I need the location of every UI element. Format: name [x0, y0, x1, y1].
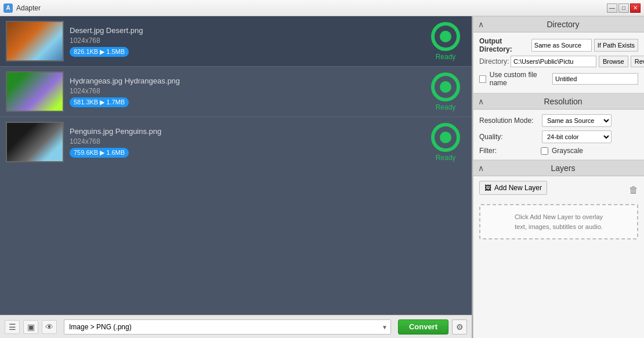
file-items: Desert.jpg Desert.png 1024x768 826.1KB ▶… — [0, 16, 472, 166]
file-thumbnail-hydrangeas — [6, 71, 64, 112]
file-info-penguins: Penguins.jpg Penguins.png 1024x768 759.6… — [70, 127, 425, 158]
format-select[interactable]: Image > PNG (.png)Image > JPEG (.jpg)Ima… — [64, 319, 391, 335]
file-info-hydrangeas: Hydrangeas.jpg Hydrangeas.png 1024x768 5… — [70, 77, 425, 107]
file-item-hydrangeas[interactable]: Hydrangeas.jpg Hydrangeas.png 1024x768 5… — [0, 67, 472, 117]
dir-path-label: Directory: — [479, 57, 508, 66]
add-layer-label: Add New Layer — [494, 184, 542, 192]
minimize-button[interactable]: — — [607, 3, 617, 13]
status-indicator-desert: Ready — [431, 22, 460, 61]
file-item-penguins[interactable]: Penguins.jpg Penguins.png 1024x768 759.6… — [0, 117, 472, 166]
file-dims-desert: 1024x768 — [70, 37, 425, 45]
directory-section-title: Directory — [487, 20, 639, 29]
directory-section-header: ∧ Directory — [473, 16, 644, 32]
output-dir-label: Output Directory: — [479, 37, 527, 53]
resolution-mode-row: Resolution Mode: Same as SourceCustom — [479, 114, 638, 127]
browse-button[interactable]: Browse — [599, 56, 628, 67]
format-select-wrapper: Image > PNG (.png)Image > JPEG (.jpg)Ima… — [64, 319, 391, 335]
status-indicator-hydrangeas: Ready — [431, 72, 460, 111]
delete-layer-button[interactable]: 🗑 — [629, 185, 638, 195]
custom-name-label: Use custom file name — [490, 71, 549, 87]
layers-body: 🖼 Add New Layer 🗑 Click Add New Layer to… — [473, 176, 644, 338]
layers-hint-text: Click Add New Layer to overlaytext, imag… — [515, 213, 603, 230]
status-ring-inner-hydrangeas — [440, 81, 451, 93]
preview-button[interactable]: 👁 — [42, 320, 57, 334]
resolution-section-title: Resolution — [487, 97, 639, 106]
title-bar: A Adapter — □ ✕ — [0, 0, 644, 16]
dir-path-input[interactable] — [511, 56, 596, 67]
grid-view-button[interactable]: ▣ — [23, 320, 38, 334]
custom-name-row: Use custom file name — [479, 71, 638, 87]
if-path-exists-button[interactable]: If Path Exists — [594, 39, 638, 52]
file-size-badge-hydrangeas: 581.3KB ▶ 1.7MB — [70, 97, 129, 107]
custom-name-checkbox[interactable] — [479, 75, 486, 83]
resolution-section-header: ∧ Resolution — [473, 93, 644, 110]
file-thumbnail-desert — [6, 21, 64, 61]
status-ring-inner-desert — [440, 31, 451, 42]
status-label-hydrangeas: Ready — [436, 103, 456, 111]
bottom-toolbar: ☰ ▣ 👁 Image > PNG (.png)Image > JPEG (.j… — [0, 315, 472, 338]
main-layout: Desert.jpg Desert.png 1024x768 826.1KB ▶… — [0, 16, 644, 338]
status-ring-inner-penguins — [440, 132, 451, 143]
file-thumbnail-penguins — [6, 122, 64, 162]
file-info-desert: Desert.jpg Desert.png 1024x768 826.1KB ▶… — [70, 26, 425, 57]
grayscale-checkbox[interactable] — [541, 147, 548, 155]
file-dims-penguins: 1024x768 — [70, 137, 425, 146]
list-view-button[interactable]: ☰ — [5, 320, 20, 334]
layers-collapse-icon[interactable]: ∧ — [478, 163, 484, 173]
resolution-mode-select[interactable]: Same as SourceCustom — [542, 114, 612, 127]
directory-collapse-icon[interactable]: ∧ — [478, 20, 484, 29]
maximize-button[interactable]: □ — [618, 3, 629, 13]
resolution-mode-label: Resolution Mode: — [479, 117, 537, 125]
status-label-penguins: Ready — [436, 154, 456, 162]
title-bar-left: A Adapter — [3, 3, 41, 13]
file-list-panel: Desert.jpg Desert.png 1024x768 826.1KB ▶… — [0, 16, 473, 338]
settings-button[interactable]: ⚙ — [452, 319, 467, 335]
convert-button[interactable]: Convert — [398, 319, 448, 335]
layers-section-title: Layers — [487, 163, 639, 173]
file-names-hydrangeas: Hydrangeas.jpg Hydrangeas.png — [70, 77, 425, 85]
status-indicator-penguins: Ready — [431, 123, 460, 162]
output-dir-row: Output Directory: Same as SourceCustom I… — [479, 37, 638, 53]
grayscale-label: Grayscale — [552, 147, 583, 155]
dir-path-row: Directory: Browse Reveal — [479, 56, 638, 67]
status-ring-hydrangeas — [431, 72, 460, 101]
directory-section-body: Output Directory: Same as SourceCustom I… — [473, 32, 644, 93]
file-item-desert[interactable]: Desert.jpg Desert.png 1024x768 826.1KB ▶… — [0, 16, 472, 67]
quality-select[interactable]: 24-bit color8-bit color32-bit color — [542, 130, 612, 143]
layers-section-header: ∧ Layers — [473, 160, 644, 176]
output-dir-select[interactable]: Same as SourceCustom — [531, 39, 592, 52]
resolution-section-body: Resolution Mode: Same as SourceCustom Qu… — [473, 110, 644, 160]
layers-hint-box: Click Add New Layer to overlaytext, imag… — [479, 204, 638, 239]
close-button[interactable]: ✕ — [630, 3, 641, 13]
custom-name-input[interactable] — [552, 73, 638, 85]
file-dims-hydrangeas: 1024x768 — [70, 87, 425, 95]
empty-drop-area — [0, 166, 472, 315]
app-icon: A — [3, 3, 13, 13]
resolution-collapse-icon[interactable]: ∧ — [478, 97, 484, 106]
filter-label: Filter: — [479, 147, 537, 155]
right-panel: ∧ Directory Output Directory: Same as So… — [473, 16, 644, 338]
status-ring-penguins — [431, 123, 460, 152]
app-title: Adapter — [16, 4, 41, 12]
file-size-badge-penguins: 759.6KB ▶ 1.6MB — [70, 148, 129, 158]
status-ring-desert — [431, 22, 460, 51]
window-controls: — □ ✕ — [607, 3, 641, 13]
layer-add-icon: 🖼 — [484, 184, 491, 192]
add-new-layer-button[interactable]: 🖼 Add New Layer — [479, 181, 547, 195]
file-names-penguins: Penguins.jpg Penguins.png — [70, 127, 425, 136]
filter-row: Filter: Grayscale — [479, 147, 638, 155]
status-label-desert: Ready — [436, 53, 456, 61]
file-size-badge-desert: 826.1KB ▶ 1.5MB — [70, 47, 129, 57]
quality-label: Quality: — [479, 133, 537, 141]
quality-row: Quality: 24-bit color8-bit color32-bit c… — [479, 130, 638, 143]
reveal-button[interactable]: Reveal — [631, 56, 644, 67]
file-names-desert: Desert.jpg Desert.png — [70, 26, 425, 35]
